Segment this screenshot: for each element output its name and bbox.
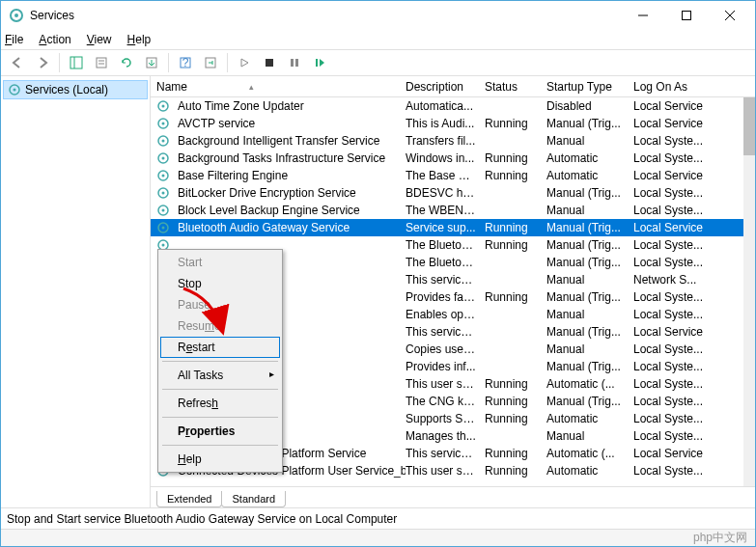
service-desc: This service ...	[406, 447, 485, 460]
svg-point-24	[162, 123, 165, 125]
ctx-stop[interactable]: Stop	[160, 273, 280, 294]
maximize-button[interactable]	[664, 2, 708, 29]
svg-rect-18	[316, 59, 318, 67]
ctx-help[interactable]: Help	[160, 449, 280, 470]
gear-icon	[156, 99, 170, 113]
service-startup: Automatic	[546, 464, 633, 478]
menu-help[interactable]: Help	[127, 33, 152, 46]
col-logon[interactable]: Log On As	[633, 80, 720, 94]
ctx-refresh[interactable]: Refresh	[160, 393, 280, 414]
col-description[interactable]: Description	[406, 80, 485, 94]
service-row[interactable]: Auto Time Zone UpdaterAutomatica...Disab…	[151, 97, 743, 115]
menu-action[interactable]: Action	[39, 33, 70, 46]
col-startup[interactable]: Startup Type	[546, 80, 633, 94]
service-desc: The WBENG...	[406, 204, 485, 217]
refresh-button[interactable]	[116, 52, 137, 73]
service-startup: Automatic	[546, 151, 633, 165]
menu-file[interactable]: File	[5, 33, 23, 46]
service-startup: Automatic	[546, 169, 633, 182]
svg-point-26	[162, 140, 165, 143]
service-status: Running	[485, 377, 546, 391]
restart-service-button[interactable]	[309, 52, 330, 73]
service-row[interactable]: Background Intelligent Transfer ServiceT…	[151, 132, 743, 150]
service-logon: Local Service	[633, 447, 720, 460]
service-logon: Local Syste...	[633, 134, 720, 148]
service-row[interactable]: Background Tasks Infrastructure ServiceW…	[151, 150, 743, 167]
chevron-right-icon: ▸	[269, 369, 274, 379]
service-row[interactable]: Bluetooth Audio Gateway ServiceService s…	[151, 219, 743, 236]
svg-rect-17	[295, 59, 298, 67]
ctx-pause: Pause	[160, 294, 280, 315]
service-desc: Enables opti...	[406, 308, 485, 321]
service-logon: Local Service	[633, 117, 720, 130]
ctx-properties[interactable]: Properties	[160, 421, 280, 442]
gear-icon	[8, 83, 21, 96]
svg-rect-16	[291, 59, 294, 67]
service-status: Running	[485, 117, 546, 130]
service-desc: Transfers fil...	[406, 134, 485, 148]
view-tabs: Extended Standard	[151, 486, 755, 507]
service-startup: Manual (Trig...	[546, 221, 633, 234]
help-button[interactable]: ?	[175, 52, 196, 73]
col-status[interactable]: Status	[485, 80, 546, 94]
service-desc: Manages th...	[406, 429, 485, 443]
services-window: Services File Action View Help ?	[0, 0, 756, 547]
action-button[interactable]	[200, 52, 221, 73]
show-hide-tree-button[interactable]	[66, 52, 87, 73]
service-logon: Local Syste...	[633, 360, 720, 373]
back-button[interactable]	[7, 52, 28, 73]
service-desc: BDESVC hos...	[406, 186, 485, 200]
tab-standard[interactable]: Standard	[221, 491, 286, 507]
minimize-button[interactable]	[621, 2, 664, 29]
service-desc: Provides inf...	[406, 360, 485, 373]
service-name: Background Intelligent Transfer Service	[178, 134, 379, 148]
forward-button[interactable]	[32, 52, 53, 73]
service-desc: This service ...	[406, 325, 485, 339]
start-service-button[interactable]	[234, 52, 255, 73]
service-desc: This service ...	[406, 273, 485, 287]
status-text: Stop and Start service Bluetooth Audio G…	[7, 512, 397, 526]
export-button[interactable]	[141, 52, 162, 73]
service-row[interactable]: Base Filtering EngineThe Base Fil...Runn…	[151, 167, 743, 184]
statusbar: Stop and Start service Bluetooth Audio G…	[1, 507, 755, 529]
ctx-all-tasks[interactable]: All Tasks▸	[160, 365, 280, 386]
svg-point-36	[162, 227, 165, 230]
service-status: Running	[485, 447, 546, 460]
close-button[interactable]	[708, 2, 751, 29]
properties-button[interactable]	[91, 52, 112, 73]
service-startup: Automatic (...	[546, 447, 633, 460]
vertical-scrollbar[interactable]	[743, 97, 755, 486]
service-status: Running	[485, 169, 546, 182]
service-logon: Local Service	[633, 325, 720, 339]
stop-service-button[interactable]	[259, 52, 280, 73]
tree-services-local[interactable]: Services (Local)	[3, 80, 148, 99]
tab-extended[interactable]: Extended	[156, 491, 222, 507]
service-row[interactable]: BitLocker Drive Encryption ServiceBDESVC…	[151, 184, 743, 202]
svg-point-30	[162, 175, 165, 178]
service-row[interactable]: Block Level Backup Engine ServiceThe WBE…	[151, 202, 743, 219]
service-logon: Local Syste...	[633, 238, 720, 252]
svg-point-34	[162, 209, 165, 212]
svg-point-28	[162, 157, 165, 160]
col-name[interactable]: Name▴	[156, 80, 406, 94]
service-logon: Network S...	[633, 273, 720, 287]
service-status: Running	[485, 395, 546, 408]
pause-service-button[interactable]	[284, 52, 305, 73]
service-desc: The Bluetoo...	[406, 256, 485, 269]
menu-view[interactable]: View	[87, 33, 112, 46]
svg-text:?: ?	[182, 56, 189, 69]
service-desc: The Base Fil...	[406, 169, 485, 182]
window-title: Services	[30, 9, 621, 22]
watermark-text: php中文网	[693, 530, 747, 546]
service-name: Auto Time Zone Updater	[178, 99, 304, 113]
service-row[interactable]: AVCTP serviceThis is Audi...RunningManua…	[151, 115, 743, 132]
scroll-thumb[interactable]	[743, 97, 755, 155]
ctx-restart[interactable]: Restart	[160, 337, 280, 358]
service-status: Running	[485, 238, 546, 252]
gear-icon	[156, 186, 170, 200]
service-logon: Local Syste...	[633, 204, 720, 217]
app-icon	[9, 8, 24, 23]
service-logon: Local Service	[633, 169, 720, 182]
service-name: Background Tasks Infrastructure Service	[178, 151, 385, 165]
svg-point-38	[162, 244, 165, 247]
